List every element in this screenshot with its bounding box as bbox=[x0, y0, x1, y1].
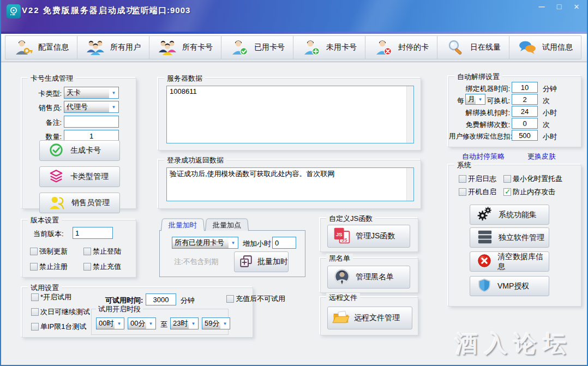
end-hour-select[interactable]: 23时 bbox=[170, 317, 199, 329]
button-label: 批量加时 bbox=[257, 257, 288, 267]
free-unbind-input[interactable]: 0 bbox=[512, 118, 538, 129]
toolbar-button-banned-cards[interactable]: 封停的卡 bbox=[365, 35, 437, 59]
enable-log-checkbox[interactable]: 开启日志 bbox=[459, 174, 496, 184]
forbid-register-checkbox[interactable]: 禁止注册 bbox=[30, 262, 68, 272]
js-functions-panel: 自定义JS函数 JS JS 管理JS函数 bbox=[320, 218, 418, 252]
modify-deduct-unit: 小时 bbox=[543, 132, 557, 142]
checkbox-box bbox=[459, 188, 466, 196]
deduct-unit: 小时 bbox=[543, 108, 557, 118]
forbid-recharge-checkbox[interactable]: 禁止充值 bbox=[83, 262, 121, 272]
panel-title: 服务器数据 bbox=[164, 74, 205, 83]
checkbox-box bbox=[30, 248, 38, 255]
current-version-input[interactable]: 1 bbox=[73, 227, 113, 239]
card-type-label: 卡类型: bbox=[22, 89, 62, 99]
login-return-panel: 登录成功返回数据 验证成功后,使用模块函数可获取此处内容。首次联网 bbox=[158, 160, 421, 209]
batch-target-select[interactable]: 所有已使用卡号 bbox=[172, 237, 238, 249]
chevron-down-icon bbox=[115, 318, 124, 329]
enable-trial-checkbox[interactable]: *开启试用 bbox=[31, 292, 71, 302]
scrollbar[interactable] bbox=[406, 86, 413, 143]
period-value: 月 bbox=[466, 94, 476, 104]
manage-blacklist-button[interactable]: 管理黑名单 bbox=[327, 266, 410, 289]
maximize-button[interactable] bbox=[553, 2, 565, 11]
end-minute-select[interactable]: 59分 bbox=[202, 317, 230, 329]
start-hour-value: 00时 bbox=[97, 318, 115, 329]
chevron-down-icon bbox=[146, 318, 155, 329]
autostart-checkbox[interactable]: 开机自启 bbox=[459, 187, 496, 197]
end-minute-value: 59分 bbox=[202, 318, 220, 329]
remark-input[interactable] bbox=[64, 116, 119, 128]
listen-port: 监听端口:9003 bbox=[132, 5, 190, 16]
force-update-checkbox[interactable]: 强制更新 bbox=[30, 247, 68, 256]
start-hour-select[interactable]: 00时 bbox=[96, 317, 124, 329]
toolbar-button-trial-info[interactable]: 试用信息 bbox=[509, 35, 581, 59]
forbid-login-checkbox[interactable]: 禁止登陆 bbox=[83, 247, 121, 256]
card-type-select[interactable]: 天卡 bbox=[64, 87, 119, 99]
start-minute-select[interactable]: 00分 bbox=[128, 317, 156, 329]
checkbox-label: 次日可继续测试 bbox=[40, 307, 90, 317]
card-type-manage-button[interactable]: 卡类型管理 bbox=[39, 166, 120, 187]
button-label: 远程文件管理 bbox=[354, 313, 400, 323]
gears-icon bbox=[477, 206, 493, 224]
generate-cards-button[interactable]: 生成卡号 bbox=[39, 140, 120, 161]
standalone-software-button[interactable]: 独立软件管理 bbox=[470, 227, 549, 248]
batch-add-time-button[interactable]: 批量加时 bbox=[234, 251, 289, 272]
swap-count-input[interactable]: 2 bbox=[512, 94, 538, 105]
toolbar-button-unused-cards[interactable]: 未用卡号 bbox=[293, 35, 365, 59]
avatar-icon bbox=[333, 268, 351, 287]
toolbar-button-daily-online[interactable]: 日在线量 bbox=[437, 35, 509, 59]
vmp-license-button[interactable]: VMP授权 bbox=[470, 276, 549, 296]
window-title: V22 免费版服务器启动成功 bbox=[22, 5, 136, 16]
period-select[interactable]: 月 bbox=[465, 94, 485, 105]
toolbar-button-used-cards[interactable]: 已用卡号 bbox=[221, 35, 293, 59]
toolbar-button-config[interactable]: 配置信息 bbox=[5, 35, 77, 59]
login-return-textarea[interactable]: 验证成功后,使用模块函数可获取此处内容。首次联网 bbox=[166, 167, 414, 201]
button-label: VMP授权 bbox=[497, 281, 529, 291]
trial-time-input[interactable]: 3000 bbox=[146, 293, 176, 305]
tab-batch-add-points[interactable]: 批量加点 bbox=[205, 218, 249, 231]
users-color-icon bbox=[158, 39, 177, 56]
swap-label: 可换机: bbox=[486, 96, 510, 106]
minimize-button[interactable] bbox=[536, 2, 548, 11]
checkbox-box bbox=[503, 175, 511, 183]
login-return-content: 验证成功后,使用模块函数可获取此处内容。首次联网 bbox=[170, 170, 335, 178]
memory-protect-checkbox[interactable]: 防止内存攻击 bbox=[503, 187, 555, 197]
modify-deduct-input[interactable]: 500 bbox=[512, 130, 538, 141]
remote-files-button[interactable]: 远程文件管理 bbox=[327, 307, 412, 329]
magnifier-icon bbox=[446, 39, 465, 56]
close-button[interactable] bbox=[571, 2, 583, 11]
trial-settings-panel: 试用设置 *开启试用 次日可继续测试 单IP限1台测试 可试用时间: 3000 … bbox=[22, 287, 253, 338]
clear-database-button[interactable]: 清空数据库信息 bbox=[470, 251, 549, 272]
remark-label: 备注: bbox=[22, 118, 62, 128]
server-data-textarea[interactable]: 1008611 bbox=[166, 86, 414, 143]
seller-select[interactable]: 代理号 bbox=[64, 101, 119, 113]
bind-time-unit: 分钟 bbox=[543, 84, 557, 94]
tab-batch-add-time[interactable]: 批量加时 bbox=[161, 218, 205, 231]
batch-panel: 批量加时 批量加点 所有已使用卡号 增加小时 0 注:不包含到期 批量加时 bbox=[159, 218, 305, 277]
checkbox-label: 充值后不可试用 bbox=[236, 294, 285, 304]
start-minute-value: 00分 bbox=[128, 318, 146, 329]
current-version-label: 当前版本: bbox=[33, 229, 64, 239]
minimize-tray-checkbox[interactable]: 最小化时置托盘 bbox=[503, 174, 562, 184]
scrollbar[interactable] bbox=[406, 168, 413, 201]
panel-title: 远程文件 bbox=[326, 293, 360, 303]
title-bar: V22 免费版服务器启动成功 监听端口:9003 bbox=[1, 0, 587, 32]
toolbar-button-all-users[interactable]: 所有用户 bbox=[77, 35, 149, 59]
bind-time-input[interactable]: 10 bbox=[512, 82, 538, 93]
no-trial-after-recharge-checkbox[interactable]: 充值后不可试用 bbox=[226, 294, 285, 304]
deduct-input[interactable]: 24 bbox=[512, 106, 538, 117]
panel-title: 自动解绑设置 bbox=[454, 72, 502, 82]
toolbar-button-all-cards[interactable]: 所有卡号 bbox=[149, 35, 221, 59]
single-ip-checkbox[interactable]: 单IP限1台测试 bbox=[31, 322, 87, 332]
nextday-trial-checkbox[interactable]: 次日可继续测试 bbox=[31, 307, 90, 317]
seller-manage-button[interactable]: 销售员管理 bbox=[39, 193, 120, 213]
change-skin-link[interactable]: 更换皮肤 bbox=[527, 152, 556, 161]
user-check-icon bbox=[230, 39, 249, 56]
checkbox-box bbox=[31, 293, 39, 301]
add-hours-input[interactable]: 0 bbox=[272, 237, 296, 249]
card-type-value: 天卡 bbox=[64, 87, 109, 98]
checkbox-box bbox=[503, 188, 511, 196]
manage-js-button[interactable]: JS JS 管理JS函数 bbox=[327, 225, 410, 248]
seller-label: 销售员: bbox=[22, 103, 62, 113]
button-label: 生成卡号 bbox=[70, 146, 101, 155]
system-features-button[interactable]: 系统功能集 bbox=[470, 205, 549, 225]
